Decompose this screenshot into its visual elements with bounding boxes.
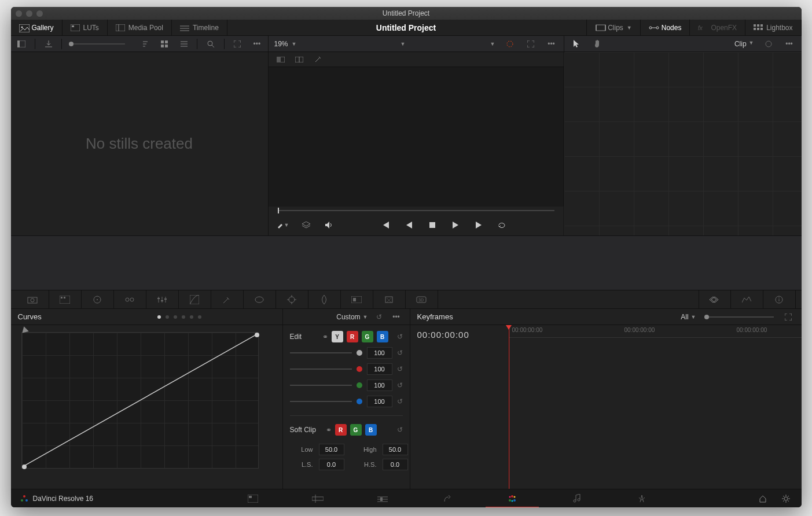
link-icon[interactable]: ⚭ [322,333,328,341]
arrow-tool-icon[interactable] [570,38,583,50]
keyframes-filter-dropdown[interactable]: All▼ [681,313,696,321]
edit-page[interactable] [350,489,415,508]
sort-icon[interactable] [139,38,151,50]
keyframe-zoom-slider[interactable] [704,316,774,318]
list-view-icon[interactable] [178,38,190,50]
traffic-zoom[interactable] [36,10,43,17]
clips-strip[interactable] [11,236,802,290]
wand-icon[interactable] [311,53,324,66]
fairlight-page[interactable] [545,489,609,508]
viewer-more-icon[interactable]: ••• [545,38,558,50]
reset-icon[interactable]: ↺ [373,311,385,323]
media-page[interactable] [221,489,285,508]
edit-reset-icon[interactable]: ↺ [397,333,403,341]
import-icon[interactable] [42,38,54,50]
viewer-scrub-bar[interactable] [269,207,564,215]
channel-y-button[interactable]: Y [332,331,343,342]
node-reset-icon[interactable] [762,38,775,50]
rgb-mixer-icon[interactable] [146,290,179,308]
fusion-page[interactable] [415,489,480,508]
nodes-tab[interactable]: Nodes [641,20,690,35]
settings-icon[interactable] [780,492,792,505]
timeline-tab[interactable]: Timeline [172,20,227,35]
blue-value[interactable]: 100 [367,396,392,407]
deliver-page[interactable] [609,489,674,508]
color-match-icon[interactable] [49,290,82,308]
hand-tool-icon[interactable] [591,38,604,50]
camera-raw-icon[interactable] [17,290,49,308]
curves-page-dots[interactable] [157,315,201,319]
channel-r-button[interactable]: R [347,331,358,342]
keyframe-palette-icon[interactable] [699,290,731,308]
fullscreen-icon[interactable] [524,38,537,50]
scopes-icon[interactable] [731,290,763,308]
kf-expand-icon[interactable] [782,311,795,323]
qualifier-icon[interactable] [211,290,244,308]
curve-point-high[interactable] [255,333,259,337]
grid-view-icon[interactable] [159,38,171,50]
loop-icon[interactable] [495,219,508,231]
first-frame-icon[interactable] [380,219,392,231]
traffic-minimize[interactable] [26,10,32,17]
mediapool-tab[interactable]: Media Pool [108,20,172,35]
green-slider[interactable] [290,385,352,386]
keyframe-timeline[interactable]: 00:00:00:00 00:00:00:00 00:00:00:00 [509,325,802,489]
softclip-r-button[interactable]: R [335,424,347,436]
ls-value[interactable]: 0.0 [319,459,344,470]
green-value[interactable]: 100 [367,379,392,391]
color-page[interactable] [480,489,545,508]
channel-g-button[interactable]: G [362,331,373,342]
viewer-canvas[interactable] [269,67,564,207]
softclip-link-icon[interactable]: ⚭ [326,426,332,434]
split-icon[interactable] [293,53,306,66]
eyedropper-icon[interactable]: ▼ [277,219,289,231]
3d-icon[interactable]: 3D [406,290,438,308]
blue-slider[interactable] [290,401,352,402]
hs-value[interactable]: 0.0 [383,459,408,470]
luts-tab[interactable]: LUTs [63,20,108,35]
info-icon[interactable] [763,290,796,308]
traffic-close[interactable] [16,10,22,17]
lum-slider[interactable] [290,352,352,353]
lum-value[interactable]: 100 [367,347,392,359]
layers-icon[interactable] [300,219,313,231]
source-dropdown[interactable]: ▼ [324,41,405,47]
key-icon[interactable] [341,290,373,308]
last-frame-icon[interactable] [472,219,485,231]
lum-reset-icon[interactable]: ↺ [397,349,403,357]
red-reset-icon[interactable]: ↺ [397,365,403,373]
red-value[interactable]: 100 [367,363,392,375]
red-slider[interactable] [290,368,352,370]
channel-b-button[interactable]: B [377,331,388,342]
play-reverse-icon[interactable] [403,219,416,231]
sidebar-toggle-icon[interactable] [16,38,28,50]
green-reset-icon[interactable]: ↺ [397,381,403,389]
thumb-size-slider[interactable] [69,43,125,45]
curve-point-low[interactable] [22,465,27,469]
softclip-g-button[interactable]: G [350,424,362,436]
wheels-icon[interactable] [82,290,114,308]
node-more-icon[interactable]: ••• [783,38,796,50]
stop-icon[interactable] [426,219,439,231]
mute-icon[interactable] [323,219,336,231]
expand-icon[interactable] [232,38,244,50]
blur-icon[interactable] [308,290,341,308]
nodes-graph[interactable] [564,52,802,235]
zoom-dropdown[interactable]: 19% ▼ [274,40,297,48]
curve-more-icon[interactable]: ••• [390,311,403,323]
clips-tab[interactable]: Clips ▼ [586,20,641,35]
curve-mode-dropdown[interactable]: Custom▼ [336,313,368,321]
blue-reset-icon[interactable]: ↺ [397,397,403,406]
play-icon[interactable] [449,219,462,231]
softclip-reset-icon[interactable]: ↺ [397,426,403,434]
sizing-icon[interactable] [373,290,406,308]
low-value[interactable]: 50.0 [319,444,344,455]
window-icon[interactable] [244,290,276,308]
cut-page[interactable] [285,489,350,508]
curve-editor[interactable] [21,332,259,469]
hdr-icon[interactable] [114,290,146,308]
more-icon[interactable]: ••• [251,38,263,50]
clip-dropdown[interactable]: ▼ [490,41,495,47]
lightbox-tab[interactable]: Lightbox [745,20,801,35]
softclip-b-button[interactable]: B [365,424,377,436]
